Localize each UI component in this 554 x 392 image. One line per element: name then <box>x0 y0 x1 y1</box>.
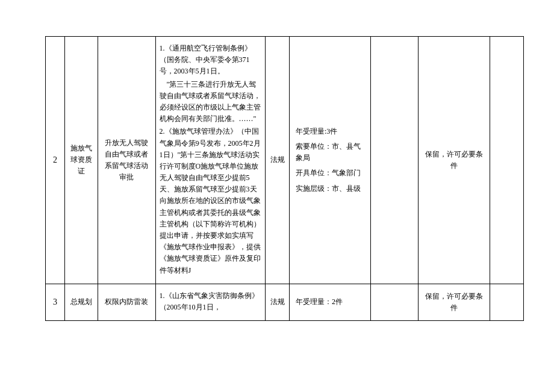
review-result: 保留，许可必要条件 <box>419 37 490 284</box>
basis-type: 法规 <box>266 37 290 284</box>
info-line: 年受理量：2件 <box>296 296 367 308</box>
blank-cell <box>490 37 524 284</box>
basis-paragraph: 1.《通用航空飞行管制条例》（国务院、中央军委令第371号，2003年5月1日。 <box>160 43 262 78</box>
certificate-name: 总规划 <box>64 284 98 320</box>
info-line: 实施层级：市、县级 <box>296 183 367 194</box>
processing-info: 年受理量:3件 索要单位：市、县气象局 开具单位：气象部门 实施层级：市、县级 <box>289 37 370 284</box>
blank-cell <box>370 284 418 320</box>
review-result: 保留，许可必要条件 <box>419 284 490 320</box>
item-name: 权限内防雷装 <box>98 284 155 320</box>
certificate-name: 施放气球资质证 <box>64 37 98 284</box>
processing-info: 年受理量：2件 <box>289 284 370 320</box>
table-row: 3 总规划 权限内防雷装 1.《山东省气象灾害防御条例》（2005年10月1日，… <box>46 284 524 320</box>
basis-paragraph: 2.《施放气球管理办法》（中国气象局令第9号发布，2005年2月1日）"第十三条… <box>160 126 262 276</box>
row-number: 2 <box>46 37 65 284</box>
row-number: 3 <box>46 284 65 320</box>
info-line: 年受理量:3件 <box>296 126 367 137</box>
blank-cell <box>490 284 524 320</box>
info-line: 开具单位：气象部门 <box>296 167 367 179</box>
basis-paragraph: 1.《山东省气象灾害防御条例》（2005年10月1日， <box>160 290 262 313</box>
basis-paragraph: "第三十三条进行升放无人驾驶自由气球或者系留气球活动，必须经设区的市级以上气象主… <box>160 79 262 125</box>
regulation-table: 2 施放气球资质证 升放无人驾驶自由气球或者系留气球活动审批 1.《通用航空飞行… <box>45 36 524 321</box>
legal-basis: 1.《通用航空飞行管制条例》（国务院、中央军委令第371号，2003年5月1日。… <box>155 37 266 284</box>
blank-cell <box>370 37 418 284</box>
item-name: 升放无人驾驶自由气球或者系留气球活动审批 <box>98 37 155 284</box>
table-row: 2 施放气球资质证 升放无人驾驶自由气球或者系留气球活动审批 1.《通用航空飞行… <box>46 37 524 284</box>
info-line: 索要单位：市、县气象局 <box>296 141 367 164</box>
legal-basis: 1.《山东省气象灾害防御条例》（2005年10月1日， <box>155 284 266 320</box>
basis-type: 法规 <box>266 284 290 320</box>
